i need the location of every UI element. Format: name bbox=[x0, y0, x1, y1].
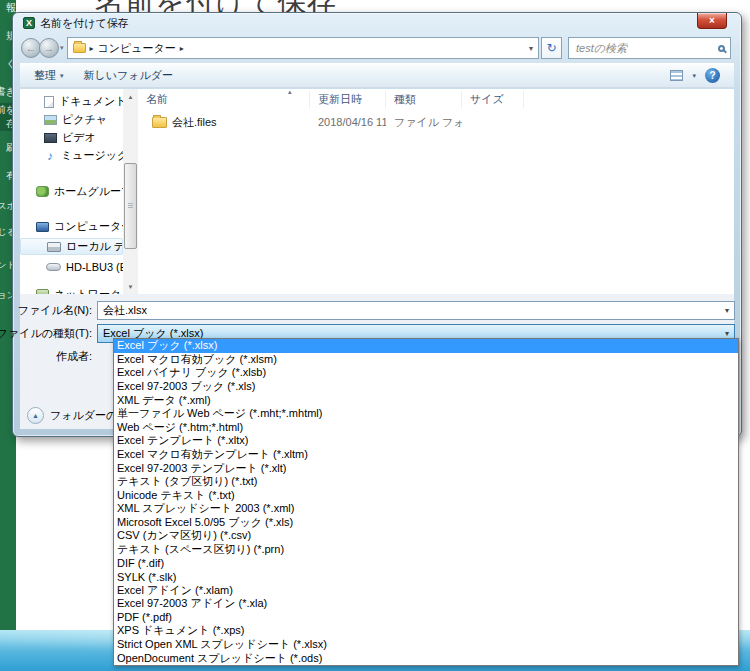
file-name-value: 会社.xlsx bbox=[103, 303, 147, 318]
address-row: ← → ▾ ▸ コンピューター ▸ ▾ ↻ bbox=[21, 36, 731, 60]
file-name-label: ファイル名(N): bbox=[13, 303, 97, 318]
dialog-titlebar: X 名前を付けて保存 bbox=[23, 15, 129, 31]
file-name-combo[interactable]: 会社.xlsx ▾ bbox=[97, 301, 735, 320]
file-type-option[interactable]: Excel アドイン (*.xlam) bbox=[114, 583, 738, 597]
view-mode-icon[interactable] bbox=[670, 70, 683, 81]
sidebar-item[interactable]: コンピューター bbox=[20, 218, 123, 235]
column-header[interactable]: 名前 bbox=[138, 91, 310, 108]
file-type-option[interactable]: DIF (*.dif) bbox=[114, 556, 738, 570]
sidebar-item[interactable]: ビデオ bbox=[20, 129, 123, 146]
column-header[interactable]: 更新日時 bbox=[310, 91, 386, 108]
breadcrumb-arrow-icon[interactable]: ▸ bbox=[90, 44, 94, 53]
view-mode-chevron-icon[interactable]: ▾ bbox=[692, 72, 696, 80]
forward-button[interactable]: → bbox=[39, 38, 59, 58]
sidebar-item-label: HD-LBU3 (E:) bbox=[66, 261, 123, 273]
file-name-text: 会社.files bbox=[172, 115, 217, 130]
file-type-option[interactable]: Microsoft Excel 5.0/95 ブック (*.xls) bbox=[114, 516, 738, 530]
nav-pane: ドキュメントピクチャビデオ♪ミュージックホームグループコンピューターローカル デ… bbox=[20, 89, 123, 294]
file-type-option[interactable]: SYLK (*.slk) bbox=[114, 570, 738, 584]
list-header: 名前更新日時種類サイズ bbox=[138, 91, 734, 108]
file-type-option[interactable]: Excel 97-2003 ブック (*.xls) bbox=[114, 380, 738, 394]
new-folder-button[interactable]: 新しいフォルダー bbox=[84, 68, 174, 83]
scrollbar-thumb[interactable] bbox=[124, 163, 137, 249]
history-chevron-icon[interactable]: ▾ bbox=[60, 44, 64, 52]
author-label: 作成者: bbox=[13, 349, 97, 364]
dialog-title: 名前を付けて保存 bbox=[40, 16, 129, 31]
file-type-option[interactable]: XML スプレッドシート 2003 (*.xml) bbox=[114, 502, 738, 516]
search-icon[interactable] bbox=[718, 45, 725, 52]
file-type-option[interactable]: 単一ファイル Web ページ (*.mht;*.mhtml) bbox=[114, 407, 738, 421]
toolbar: 整理 ▾ 新しいフォルダー ▾ ? bbox=[20, 63, 734, 88]
organize-label: 整理 bbox=[34, 68, 56, 83]
music-icon: ♪ bbox=[44, 150, 56, 162]
file-modified-cell: 2018/04/16 11:39 bbox=[310, 116, 386, 128]
chevron-down-icon: ▾ bbox=[60, 72, 64, 80]
sidebar-item-label: ビデオ bbox=[62, 130, 96, 145]
file-type-option[interactable]: CSV (カンマ区切り) (*.csv) bbox=[114, 529, 738, 543]
file-type-option[interactable]: XML データ (*.xml) bbox=[114, 393, 738, 407]
file-type-option[interactable]: Excel バイナリ ブック (*.xlsb) bbox=[114, 366, 738, 380]
back-button[interactable]: ← bbox=[21, 38, 41, 58]
file-list: ▴ 名前更新日時種類サイズ 会社.files2018/04/16 11:39ファ… bbox=[138, 89, 734, 294]
collapse-arrow-icon[interactable]: ▲ bbox=[27, 407, 44, 424]
file-type-option[interactable]: Excel 97-2003 テンプレート (*.xlt) bbox=[114, 461, 738, 475]
file-type-option[interactable]: OpenDocument スプレッドシート (*.ods) bbox=[114, 651, 738, 665]
breadcrumb[interactable]: ▸ コンピューター ▸ ▾ bbox=[67, 37, 539, 59]
file-type-option[interactable]: テキスト (スペース区切り) (*.prn) bbox=[114, 543, 738, 557]
address-dropdown-icon[interactable]: ▾ bbox=[529, 44, 533, 53]
video-icon bbox=[44, 133, 57, 143]
chevron-down-icon[interactable]: ▾ bbox=[725, 329, 729, 338]
sidebar-item-label: ミュージック bbox=[61, 148, 123, 163]
file-type-option[interactable]: Excel ブック (*.xlsx) bbox=[114, 339, 738, 353]
external-drive-icon bbox=[46, 263, 61, 271]
sidebar-item[interactable]: ネットワーク bbox=[20, 286, 123, 294]
file-type-option[interactable]: Unicode テキスト (*.txt) bbox=[114, 488, 738, 502]
help-icon[interactable]: ? bbox=[705, 68, 720, 83]
file-type-option[interactable]: テキスト (タブ区切り) (*.txt) bbox=[114, 475, 738, 489]
close-button[interactable]: × bbox=[697, 13, 727, 29]
sidebar-item[interactable]: HD-LBU3 (E:) bbox=[20, 258, 123, 275]
sidebar-item[interactable]: ローカル ディス bbox=[20, 238, 123, 255]
file-row[interactable]: 会社.files2018/04/16 11:39ファイル フォル... bbox=[138, 113, 734, 131]
folder-icon bbox=[152, 117, 167, 128]
backstage-menu-item[interactable]: 報 bbox=[0, 1, 16, 14]
computer-icon bbox=[36, 222, 49, 232]
file-type-option[interactable]: Excel テンプレート (*.xltx) bbox=[114, 434, 738, 448]
sidebar-item[interactable]: ピクチャ bbox=[20, 111, 123, 128]
new-folder-label: 新しいフォルダー bbox=[84, 68, 174, 83]
sidebar-item[interactable]: ホームグループ bbox=[20, 183, 123, 200]
sidebar-item[interactable]: ♪ミュージック bbox=[20, 147, 123, 164]
sidebar-item[interactable]: ドキュメント bbox=[20, 93, 123, 110]
scroll-down-icon[interactable]: ▼ bbox=[123, 279, 138, 294]
column-header[interactable]: サイズ bbox=[462, 91, 524, 108]
file-type-option[interactable]: Excel マクロ有効テンプレート (*.xltm) bbox=[114, 448, 738, 462]
document-icon bbox=[44, 96, 54, 108]
file-type-dropdown: Excel ブック (*.xlsx)Excel マクロ有効ブック (*.xlsm… bbox=[113, 338, 739, 666]
file-type-option[interactable]: PDF (*.pdf) bbox=[114, 611, 738, 625]
file-type-option[interactable]: Strict Open XML スプレッドシート (*.xlsx) bbox=[114, 638, 738, 652]
nav-scrollbar[interactable]: ▲ ▼ bbox=[123, 89, 138, 294]
breadcrumb-item-computer[interactable]: コンピューター bbox=[98, 41, 176, 56]
sidebar-item-label: ドキュメント bbox=[59, 94, 123, 109]
file-name-cell: 会社.files bbox=[138, 115, 310, 130]
search-input[interactable] bbox=[574, 41, 718, 55]
sidebar-item-label: ローカル ディス bbox=[66, 239, 122, 254]
refresh-button[interactable]: ↻ bbox=[541, 37, 562, 59]
scroll-up-icon[interactable]: ▲ bbox=[123, 89, 138, 104]
excel-app-icon: X bbox=[23, 17, 35, 29]
chevron-down-icon[interactable]: ▾ bbox=[725, 306, 729, 315]
breadcrumb-arrow-icon[interactable]: ▸ bbox=[180, 44, 184, 53]
sidebar-item-label: ネットワーク bbox=[54, 287, 121, 294]
dialog-main: ドキュメントピクチャビデオ♪ミュージックホームグループコンピューターローカル デ… bbox=[20, 89, 734, 294]
homegroup-icon bbox=[36, 186, 49, 197]
file-type-option[interactable]: Excel マクロ有効ブック (*.xlsm) bbox=[114, 353, 738, 367]
column-header[interactable]: 種類 bbox=[386, 91, 462, 108]
organize-button[interactable]: 整理 ▾ bbox=[34, 68, 64, 83]
sidebar-item-label: コンピューター bbox=[54, 219, 123, 234]
file-type-option[interactable]: XPS ドキュメント (*.xps) bbox=[114, 624, 738, 638]
file-type-option[interactable]: Excel 97-2003 アドイン (*.xla) bbox=[114, 597, 738, 611]
file-type-option[interactable]: Web ページ (*.htm;*.html) bbox=[114, 420, 738, 434]
sidebar-item-label: ピクチャ bbox=[62, 112, 107, 127]
file-type-cell: ファイル フォル... bbox=[386, 115, 462, 130]
picture-icon bbox=[44, 115, 57, 125]
